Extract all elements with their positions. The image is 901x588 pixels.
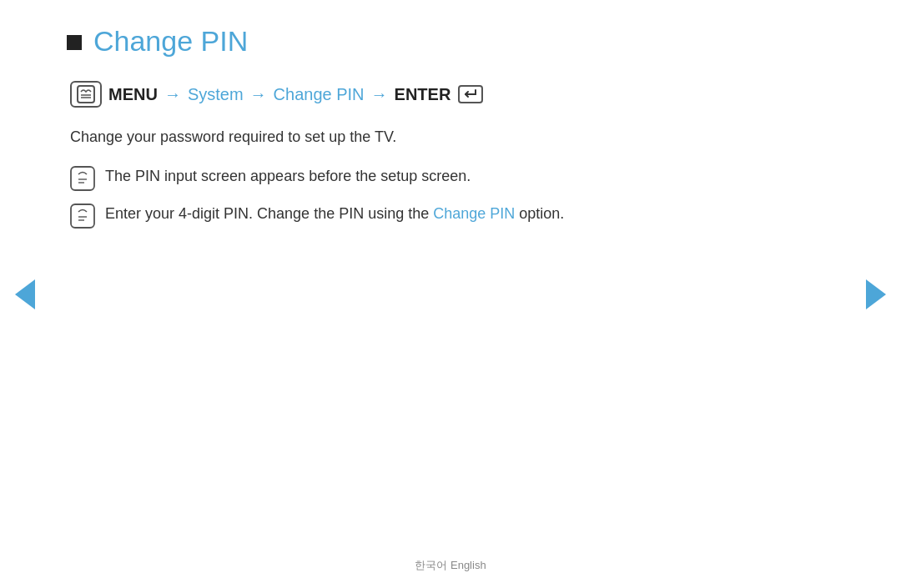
svg-rect-3 bbox=[71, 167, 94, 190]
breadcrumb-menu-label: MENU bbox=[108, 85, 158, 104]
breadcrumb-arrow-1: → bbox=[164, 85, 181, 104]
breadcrumb-arrow-3: → bbox=[371, 85, 388, 104]
svg-rect-0 bbox=[78, 86, 94, 103]
breadcrumb-arrow-2: → bbox=[250, 85, 267, 104]
note-1-icon bbox=[70, 166, 95, 191]
description-text: Change your password required to set up … bbox=[70, 126, 834, 148]
page-container: Change PIN MENU → System → Change PIN → … bbox=[0, 0, 901, 588]
title-bullet bbox=[67, 35, 82, 50]
note-1-text: The PIN input screen appears before the … bbox=[105, 165, 471, 188]
menu-icon bbox=[70, 81, 102, 108]
note-1-row: The PIN input screen appears before the … bbox=[70, 165, 834, 191]
nav-right-button[interactable] bbox=[866, 279, 886, 309]
breadcrumb: MENU → System → Change PIN → ENTER bbox=[70, 81, 834, 108]
title-row: Change PIN bbox=[67, 25, 834, 58]
footer-text: 한국어 English bbox=[415, 558, 486, 573]
breadcrumb-change-pin-label: Change PIN bbox=[274, 85, 365, 104]
enter-icon bbox=[458, 85, 483, 103]
nav-left-button[interactable] bbox=[15, 279, 35, 309]
breadcrumb-system-label: System bbox=[188, 85, 244, 104]
note-2-row: Enter your 4-digit PIN. Change the PIN u… bbox=[70, 203, 834, 229]
note-2-icon bbox=[70, 204, 95, 229]
note-2-text: Enter your 4-digit PIN. Change the PIN u… bbox=[105, 203, 564, 225]
svg-rect-6 bbox=[71, 204, 94, 228]
page-title: Change PIN bbox=[93, 25, 248, 58]
breadcrumb-enter-label: ENTER bbox=[395, 85, 451, 104]
